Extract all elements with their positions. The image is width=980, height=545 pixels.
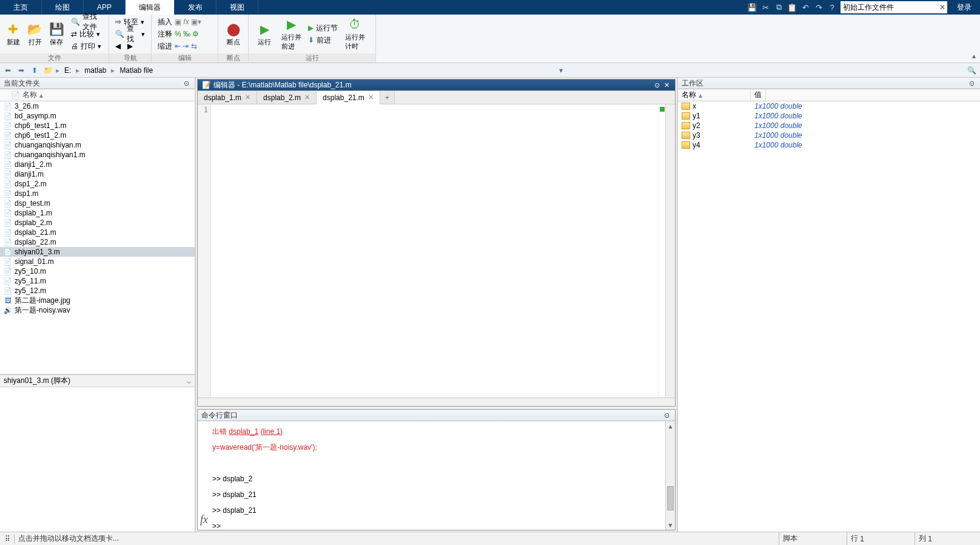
breakpoint-button[interactable]: ⬤断点: [222, 16, 244, 52]
file-item[interactable]: 📄zy5_12.m: [0, 286, 195, 296]
panel-menu-icon[interactable]: ⊙: [662, 410, 671, 420]
chevron-down-icon[interactable]: ⌵: [187, 377, 191, 385]
file-item[interactable]: 📄dsplab_2.m: [0, 218, 195, 228]
command-window[interactable]: 出错 dsplab_1 (line 1) y=waveread('第一题-noi…: [198, 421, 665, 530]
tab-view[interactable]: 视图: [216, 0, 258, 15]
insert-button[interactable]: 插入 ▣ fx ▣▾: [155, 16, 204, 28]
quick-access: 💾 ✂ ⧉ 📋 ↶ ↷ ? ✕ 登录: [747, 0, 980, 15]
editor-gutter: 1: [198, 104, 211, 398]
file-item[interactable]: 📄dsp1.m: [0, 189, 195, 198]
file-name: zy5_11.m: [15, 277, 46, 285]
close-icon[interactable]: ✕: [304, 93, 310, 101]
file-item[interactable]: 📄dsp1_2.m: [0, 179, 195, 189]
close-icon[interactable]: ✕: [662, 80, 671, 90]
editor-tab[interactable]: dsplab_21.m✕: [317, 91, 380, 104]
back-icon[interactable]: ⬅: [2, 65, 13, 76]
help-icon[interactable]: ?: [827, 2, 837, 12]
vertical-scrollbar[interactable]: [665, 104, 675, 398]
nav-arrows[interactable]: ◀ ▶: [113, 40, 147, 52]
panel-menu-icon[interactable]: ⊙: [652, 80, 662, 90]
workspace-row[interactable]: x1x1000 double: [678, 101, 980, 111]
save-icon[interactable]: 💾: [747, 2, 757, 12]
file-type-icon: 📄: [4, 121, 12, 130]
file-list[interactable]: 📄3_26.m📄bd_asymp.m📄chp6_test1_1.m📄chp6_t…: [0, 101, 195, 374]
file-item[interactable]: 📄chp6_test1_1.m: [0, 121, 195, 130]
find-files-button[interactable]: 🔍查找文件: [69, 16, 105, 28]
file-item[interactable]: 📄3_26.m: [0, 101, 195, 111]
fx-icon[interactable]: fx: [200, 512, 208, 527]
save-button[interactable]: 💾保存: [47, 16, 67, 52]
workspace-row[interactable]: y31x1000 double: [678, 130, 980, 140]
cut-icon[interactable]: ✂: [760, 2, 770, 12]
paste-icon[interactable]: 📋: [787, 2, 797, 12]
panel-menu-icon[interactable]: ⊙: [967, 78, 976, 88]
file-item[interactable]: 📄bd_asymp.m: [0, 111, 195, 121]
search-icon[interactable]: 🔍: [967, 65, 978, 76]
tab-home[interactable]: 主页: [0, 0, 42, 15]
file-name: zy5_10.m: [15, 267, 46, 276]
search-docs-input[interactable]: [841, 1, 938, 13]
comment-button[interactable]: 注释 % ‰ ⚙: [155, 28, 204, 40]
vertical-scrollbar[interactable]: ▲▼: [665, 421, 675, 530]
path-drive[interactable]: E:: [62, 66, 73, 75]
panel-menu-icon[interactable]: ⊙: [181, 78, 191, 88]
run-advance-button[interactable]: ▶运行并 前进: [279, 16, 303, 52]
editor-tab[interactable]: dsplab_2.m✕: [257, 91, 317, 104]
run-section-button[interactable]: ▶运行节: [306, 22, 340, 34]
find-button[interactable]: 🔍查找▾: [113, 28, 147, 40]
advance-button[interactable]: ⬇前进: [306, 34, 340, 46]
close-icon[interactable]: ✕: [245, 93, 250, 101]
file-item[interactable]: 📄zy5_10.m: [0, 266, 195, 276]
ribbon-collapse-icon[interactable]: ▴: [968, 15, 980, 63]
workspace-row[interactable]: y41x1000 double: [678, 140, 980, 150]
ws-col-name[interactable]: 名称▴: [678, 89, 751, 101]
horizontal-scrollbar[interactable]: [198, 398, 675, 406]
tab-editor[interactable]: 编辑器: [126, 0, 175, 15]
clear-icon[interactable]: ✕: [938, 1, 947, 13]
file-item[interactable]: 📄chuanganqishiyan1.m: [0, 150, 195, 160]
workspace-row[interactable]: y11x1000 double: [678, 111, 980, 121]
path-dropdown-icon[interactable]: ▾: [555, 65, 566, 76]
detail-header[interactable]: shiyan01_3.m (脚本) ⌵: [0, 375, 195, 387]
print-button[interactable]: 🖨打印▾: [69, 40, 105, 52]
forward-icon[interactable]: ➡: [16, 65, 27, 76]
copy-icon[interactable]: ⧉: [774, 2, 784, 12]
file-item[interactable]: 🔊第一题-noisy.wav: [0, 305, 195, 315]
tab-plot[interactable]: 绘图: [42, 0, 84, 15]
workspace-list[interactable]: x1x1000 doubley11x1000 doubley21x1000 do…: [678, 101, 980, 532]
file-item[interactable]: 📄shiyan01_3.m: [0, 247, 195, 257]
path-seg[interactable]: Matlab file: [117, 66, 155, 75]
undo-icon[interactable]: ↶: [800, 2, 810, 12]
login-button[interactable]: 登录: [951, 2, 978, 13]
file-item[interactable]: 📄dsplab_22.m: [0, 237, 195, 247]
add-tab-button[interactable]: +: [380, 91, 395, 104]
up-icon[interactable]: ⬆: [29, 65, 40, 76]
file-item[interactable]: 📄dsp_test.m: [0, 198, 195, 208]
file-item[interactable]: 📄dianji1.m: [0, 169, 195, 179]
tab-publish[interactable]: 发布: [175, 0, 216, 15]
file-item[interactable]: 📄chp6_test1_2.m: [0, 130, 195, 140]
file-item[interactable]: 🖼第二题-image.jpg: [0, 296, 195, 305]
file-item[interactable]: 📄dsplab_1.m: [0, 208, 195, 218]
new-button[interactable]: ✚新建: [4, 16, 23, 52]
file-item[interactable]: 📄chuanganqishiyan.m: [0, 140, 195, 150]
redo-icon[interactable]: ↷: [814, 2, 824, 12]
open-button[interactable]: 📂打开: [25, 16, 45, 52]
editor-tab[interactable]: dsplab_1.m✕: [198, 91, 257, 104]
file-item[interactable]: 📄dsplab_21.m: [0, 228, 195, 237]
ws-col-value[interactable]: 值: [751, 89, 766, 101]
run-time-button[interactable]: ⏱运行并 计时: [343, 16, 367, 52]
file-item[interactable]: 📄signal_01.m: [0, 257, 195, 266]
run-button[interactable]: ▶运行: [252, 16, 277, 52]
compare-button[interactable]: ⇄比较▾: [69, 28, 105, 40]
file-item[interactable]: 📄zy5_11.m: [0, 276, 195, 286]
path-seg[interactable]: matlab: [82, 66, 109, 75]
code-editor[interactable]: [211, 104, 658, 398]
file-item[interactable]: 📄dianji1_2.m: [0, 160, 195, 169]
indent-button[interactable]: 缩进 ⇤ ⇥ ⇆: [155, 40, 204, 52]
close-icon[interactable]: ✕: [368, 93, 374, 101]
workspace-row[interactable]: y21x1000 double: [678, 121, 980, 130]
file-column-name[interactable]: 📄名称▴: [0, 89, 195, 101]
folder-icon[interactable]: 📁: [42, 65, 53, 76]
file-name: chuanganqishiyan.m: [15, 141, 81, 149]
